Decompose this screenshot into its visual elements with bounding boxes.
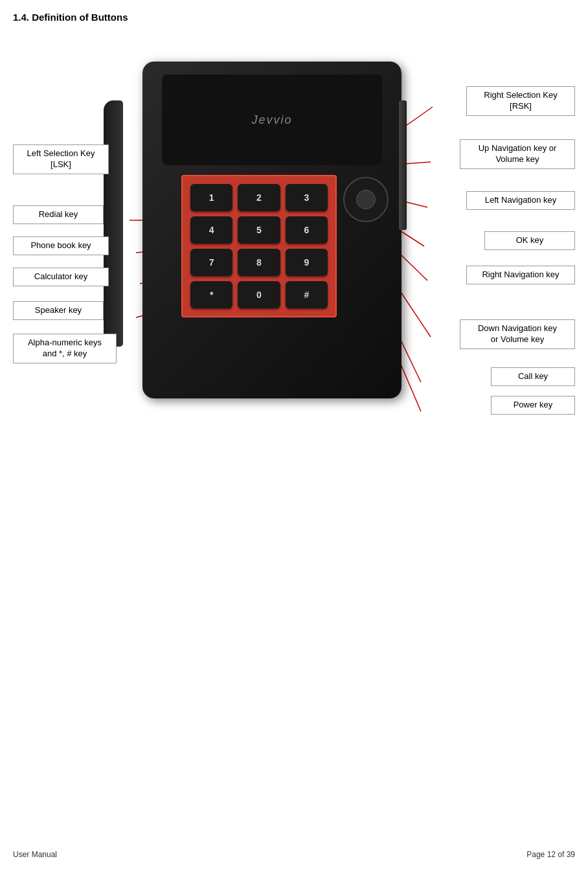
right-navigation-label: Right Navigation key (466, 266, 575, 284)
key-1: 1 (190, 184, 232, 211)
brand-label: Jevvio (251, 113, 292, 127)
page-footer: User Manual Page 12 of 39 (13, 850, 575, 859)
footer-left: User Manual (13, 850, 57, 859)
key-5: 5 (238, 216, 280, 244)
keypad-area: 1 2 3 4 5 6 7 8 9 * 0 # (181, 175, 337, 317)
redial-key-label: Redial key (13, 205, 104, 224)
power-key-label: Power key (491, 396, 575, 415)
phone-antenna (399, 100, 407, 230)
key-4: 4 (190, 216, 232, 244)
left-navigation-label: Left Navigation key (466, 191, 575, 210)
nav-center (356, 190, 376, 209)
key-7: 7 (190, 249, 232, 276)
up-navigation-label: Up Navigation key orVolume key (460, 139, 575, 169)
alpha-numeric-label: Alpha-numeric keysand *, # key (13, 334, 117, 363)
footer-right: Page 12 of 39 (526, 850, 575, 859)
calculator-key-label: Calculator key (13, 268, 109, 286)
page-title: 1.4. Definition of Buttons (0, 0, 588, 29)
phone-screen: Jevvio (162, 75, 382, 165)
key-star: * (190, 281, 232, 308)
left-selection-key-label: Left Selection Key[LSK] (13, 144, 109, 174)
phone-book-key-label: Phone book key (13, 236, 109, 255)
key-8: 8 (238, 249, 280, 276)
key-9: 9 (286, 249, 328, 276)
key-3: 3 (286, 184, 328, 211)
key-0: 0 (238, 281, 280, 308)
speaker-key-label: Speaker key (13, 301, 104, 320)
key-2: 2 (238, 184, 280, 211)
key-6: 6 (286, 216, 328, 244)
right-selection-key-label: Right Selection Key[RSK] (466, 86, 575, 116)
phone-handset (104, 100, 123, 347)
call-key-label: Call key (491, 367, 575, 386)
diagram-area: Jevvio 1 2 3 4 5 6 7 8 9 * 0 # Left Sele… (0, 29, 588, 470)
ok-key-label: OK key (484, 231, 575, 250)
key-hash: # (286, 281, 328, 308)
down-navigation-label: Down Navigation keyor Volume key (460, 319, 575, 349)
phone-device: Jevvio 1 2 3 4 5 6 7 8 9 * 0 # (142, 62, 401, 398)
